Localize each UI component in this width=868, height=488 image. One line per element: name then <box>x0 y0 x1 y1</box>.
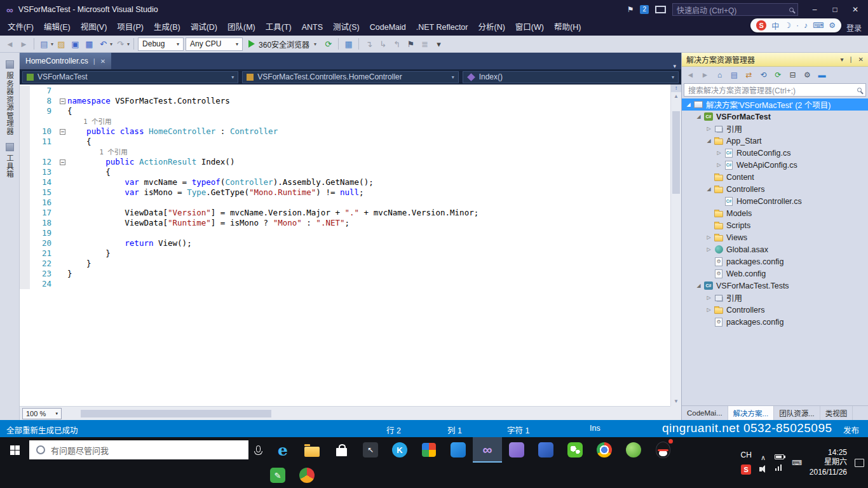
sogou-tray-icon[interactable]: S <box>741 464 751 475</box>
scrollbar-thumb[interactable] <box>81 410 271 417</box>
taskbar-app-visual-studio[interactable]: ∞ <box>473 437 502 463</box>
taskbar-app-wechat[interactable] <box>560 437 590 463</box>
close-icon[interactable]: ✕ <box>858 56 864 63</box>
quick-launch-input[interactable]: 快速启动 (Ctrl+Q) <box>672 3 798 16</box>
panel-tab[interactable]: 解决方案... <box>728 406 775 420</box>
scroll-down-icon[interactable]: ▼ <box>671 397 681 406</box>
switch-views-icon[interactable]: ▤ <box>728 69 740 81</box>
menu-item[interactable]: 生成(B) <box>149 20 186 34</box>
start-debugging-button[interactable]: 360安全浏览器▾ <box>245 37 320 51</box>
tree-item[interactable]: ⚙Web.config <box>682 268 868 280</box>
ime-toolbar[interactable]: S中☽·♪⌨⚙ <box>750 18 841 32</box>
redo-icon[interactable]: ↷ <box>114 37 126 50</box>
tree-item[interactable]: ◢App_Start <box>682 135 868 147</box>
solution-search-input[interactable]: 搜索解决方案资源管理器(Ctrl+;) <box>684 83 866 97</box>
properties-icon[interactable]: ⚙ <box>801 69 813 81</box>
fold-collapse-icon[interactable]: − <box>60 98 65 104</box>
tray-clock[interactable]: 14:25 星期六 2016/11/26 <box>810 448 847 478</box>
tree-expander-icon[interactable]: ▷ <box>705 295 713 301</box>
taskbar-app-edge[interactable]: e <box>268 437 297 463</box>
menu-item[interactable]: ANTS <box>297 20 328 34</box>
scroll-up-icon[interactable]: ▲ <box>671 92 681 101</box>
tray-overflow-chevron-icon[interactable]: ∧ <box>761 454 766 462</box>
step-over-icon[interactable]: ↳ <box>377 37 389 50</box>
tree-expander-icon[interactable]: ◢ <box>695 283 703 288</box>
tree-expander-icon[interactable]: ▷ <box>705 247 713 252</box>
tree-expander-icon[interactable]: ◢ <box>695 114 703 119</box>
document-tab-homecontroller[interactable]: HomeController.cs ∣ ✕ <box>20 53 111 69</box>
taskbar-app-blue-app[interactable] <box>444 437 473 463</box>
sign-in-link[interactable]: 登录 <box>846 22 868 33</box>
preview-selected-icon[interactable]: ▬ <box>816 69 828 81</box>
code-editor[interactable]: 78−namespace VSForMacTest.Controllers9{ … <box>20 85 670 406</box>
fold-collapse-icon[interactable]: − <box>60 159 65 165</box>
solution-platform-combo[interactable]: Any CPU▾ <box>186 37 243 51</box>
feedback-flag-icon[interactable]: ⚑ <box>627 5 634 14</box>
moon-icon[interactable]: ☽ <box>784 21 791 30</box>
tree-expander-icon[interactable]: ◢ <box>684 102 693 107</box>
tree-expander-icon[interactable]: ▷ <box>715 150 723 156</box>
network-icon[interactable] <box>775 464 783 471</box>
battery-icon[interactable] <box>775 454 784 459</box>
tree-expander-icon[interactable]: ▷ <box>705 126 713 132</box>
project-dropdown[interactable]: VSForMacTest ▾ <box>22 71 238 83</box>
se-forward-icon[interactable]: ► <box>699 69 711 81</box>
tree-item[interactable]: ▷Views <box>682 231 868 243</box>
refresh-icon[interactable]: ⟳ <box>322 37 334 50</box>
menu-item[interactable]: 工具(T) <box>261 20 297 34</box>
menu-item[interactable]: .NET Reflector <box>411 20 473 34</box>
microphone-icon[interactable] <box>256 445 261 452</box>
taskbar-app-store[interactable] <box>327 437 356 463</box>
vertical-scrollbar[interactable]: ↕ ▲ ▼ <box>670 85 681 406</box>
open-file-icon[interactable]: ▨ <box>55 37 67 50</box>
tree-item[interactable]: ▷Global.asax <box>682 243 868 255</box>
tree-item[interactable]: C#HomeController.cs <box>682 195 868 207</box>
tree-item[interactable]: ▷C#RouteConfig.cs <box>682 147 868 159</box>
menu-item[interactable]: 团队(M) <box>222 20 261 34</box>
step-into-icon[interactable]: ↴ <box>363 37 375 50</box>
menu-item[interactable]: 帮助(H) <box>549 20 586 34</box>
tree-item[interactable]: Models <box>682 207 868 219</box>
settings-gear-icon[interactable]: ⚙ <box>829 21 836 30</box>
minimize-button[interactable]: – <box>804 2 825 17</box>
panel-tab[interactable]: CodeMai... <box>682 406 728 420</box>
save-all-icon[interactable]: ▦ <box>83 37 95 50</box>
taskbar-app-kugou[interactable]: K <box>385 437 414 463</box>
fold-collapse-icon[interactable]: − <box>60 129 65 135</box>
menu-item[interactable]: CodeMaid <box>365 20 411 34</box>
taskbar-app-blue-app-2[interactable] <box>531 437 560 463</box>
toolbar-overflow-icon[interactable]: ▾ <box>433 37 445 50</box>
share-screen-icon[interactable] <box>655 6 666 13</box>
tree-item[interactable]: ⚙packages.config <box>682 316 868 328</box>
tree-item[interactable]: ▷引用 <box>682 292 868 304</box>
navigate-dropdown-icon[interactable]: ▤ <box>38 37 50 50</box>
menu-item[interactable]: 项目(P) <box>112 20 149 34</box>
feedback-badge[interactable]: 2 <box>640 5 649 14</box>
tree-item[interactable]: ◢Controllers <box>682 183 868 195</box>
taskbar-app-file-explorer[interactable] <box>297 437 327 463</box>
solution-explorer-header[interactable]: 解决方案资源管理器 ▾ ∣ ✕ <box>682 53 868 67</box>
menu-item[interactable]: 视图(V) <box>76 20 112 34</box>
sogou-logo-icon[interactable]: S <box>756 20 766 30</box>
home-icon[interactable]: ⌂ <box>714 69 726 81</box>
tree-item[interactable]: Content <box>682 171 868 183</box>
taskbar-app-driver-tool[interactable]: ↖ <box>356 437 385 463</box>
tree-item[interactable]: ◢C#VSForMacTest <box>682 111 868 123</box>
mic-icon[interactable]: ♪ <box>804 21 808 30</box>
se-refresh-icon[interactable]: ⟳ <box>772 69 784 81</box>
save-icon[interactable]: ▣ <box>69 37 81 50</box>
start-button[interactable] <box>0 437 29 463</box>
forward-icon[interactable]: ► <box>18 37 30 50</box>
publish-button[interactable]: 发布 <box>843 424 859 436</box>
collapse-all-icon[interactable]: ⊟ <box>787 69 799 81</box>
se-back-icon[interactable]: ◄ <box>684 69 696 81</box>
speaker-icon[interactable] <box>759 467 762 471</box>
close-icon[interactable]: ✕ <box>100 58 105 65</box>
cortana-search-input[interactable]: 有问题尽管问我 <box>29 440 248 459</box>
sync-with-active-document-icon[interactable]: ⟲ <box>757 69 770 81</box>
document-list-dropdown-icon[interactable]: ▾ <box>668 63 681 69</box>
taskbar-app-colorful-app[interactable] <box>414 437 444 463</box>
zoom-dropdown[interactable]: 100 % ▾ <box>22 408 62 419</box>
menu-item[interactable]: 编辑(E) <box>39 20 76 34</box>
undo-icon[interactable]: ↶ <box>97 37 109 50</box>
